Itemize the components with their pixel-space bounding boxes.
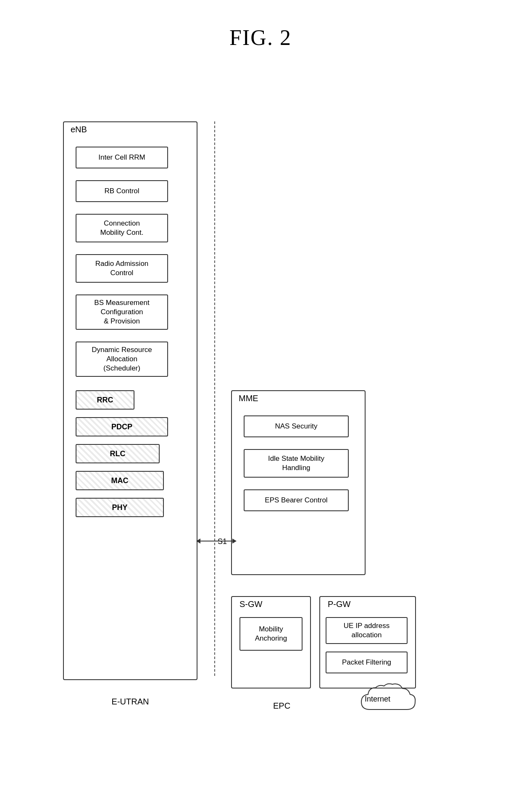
mobility-anchoring-box: Mobility Anchoring	[239, 617, 303, 651]
eutran-label: E-UTRAN	[88, 697, 172, 707]
rlc-box: RLC	[76, 444, 160, 463]
page-title: FIG. 2	[0, 0, 521, 63]
bs-measurement-box: BS Measurement Configuration & Provision	[76, 294, 168, 330]
mme-label: MME	[239, 394, 258, 403]
eps-bearer-box: EPS Bearer Control	[244, 489, 349, 511]
ue-ip-box: UE IP address allocation	[326, 617, 408, 644]
rrc-box: RRC	[76, 390, 134, 410]
pdcp-box: PDCP	[76, 417, 168, 436]
diagram: eNB Inter Cell RRM RB Control Connection…	[50, 96, 471, 789]
mac-box: MAC	[76, 471, 164, 490]
epc-label: EPC	[273, 701, 290, 711]
nas-security-box: NAS Security	[244, 415, 349, 437]
s1-arrow	[200, 541, 233, 541]
internet-label: Internet	[365, 695, 390, 704]
idle-state-box: Idle State Mobility Handling	[244, 449, 349, 478]
radio-admission-box: Radio Admission Control	[76, 254, 168, 283]
enb-label: eNB	[71, 125, 87, 134]
sgw-label: S-GW	[239, 599, 262, 609]
dashed-separator	[214, 121, 215, 676]
conn-mobility-box: Connection Mobility Cont.	[76, 214, 168, 242]
pgw-label: P-GW	[328, 599, 350, 609]
rb-control-box: RB Control	[76, 180, 168, 202]
dynamic-resource-box: Dynamic Resource Allocation (Scheduler)	[76, 342, 168, 377]
inter-cell-rrm-box: Inter Cell RRM	[76, 147, 168, 168]
s1-label: S1	[218, 537, 227, 546]
packet-filtering-box: Packet Filtering	[326, 652, 408, 673]
phy-box: PHY	[76, 498, 164, 517]
